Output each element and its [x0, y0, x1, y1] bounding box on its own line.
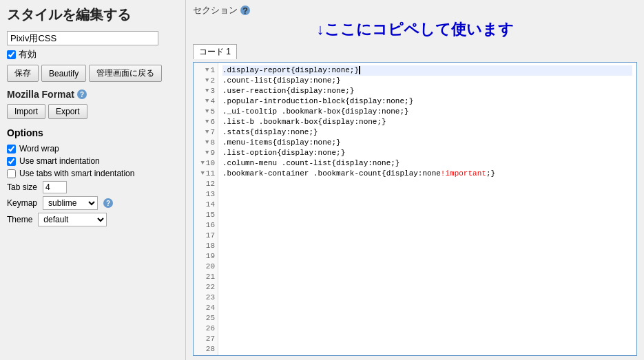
section-help-icon[interactable]: ? [240, 6, 250, 15]
code-line [222, 251, 632, 262]
line-number: 12 [196, 179, 215, 189]
keymap-select[interactable]: sublime default vim emacs [43, 196, 98, 210]
import-export-row: Import Export [7, 104, 178, 119]
line-number: 14 [196, 200, 215, 210]
line-number: ▼4 [196, 96, 215, 107]
keymap-help-icon[interactable]: ? [103, 198, 113, 208]
mozilla-help-icon[interactable]: ? [77, 89, 87, 99]
code-line [222, 179, 632, 189]
tab-size-label: Tab size [7, 182, 37, 192]
line-number: ▼8 [196, 138, 215, 148]
line-number: 27 [196, 334, 215, 344]
keymap-row: Keymap sublime default vim emacs ? [7, 196, 178, 210]
tabs-smart-row: Use tabs with smart indentation [7, 169, 178, 178]
line-number: 13 [196, 189, 215, 200]
import-button[interactable]: Import [7, 104, 45, 119]
code-tab[interactable]: コード 1 [193, 44, 237, 59]
code-line [222, 210, 632, 220]
theme-label: Theme [7, 215, 32, 224]
code-line: .menu-items{display:none;} [222, 138, 632, 148]
code-line [222, 344, 632, 354]
admin-button[interactable]: 管理画面に戻る [89, 65, 162, 82]
line-number: 26 [196, 324, 215, 334]
code-line [222, 231, 632, 241]
smart-indent-row: Use smart indentation [7, 156, 178, 166]
line-number: ▼6 [196, 117, 215, 127]
code-editor[interactable]: ▼1▼2▼3▼4▼5▼6▼7▼8▼9▼10▼111213141516171819… [193, 62, 637, 356]
save-button[interactable]: 保存 [7, 65, 39, 82]
code-content[interactable]: .display-report{display:none;}.count-lis… [218, 63, 636, 355]
code-line [222, 272, 632, 282]
line-number: ▼2 [196, 76, 215, 86]
mozilla-format-section: Mozilla Format ? [7, 89, 178, 100]
style-name-input[interactable] [7, 31, 158, 45]
code-line: .count-list{display:none;} [222, 76, 632, 86]
theme-row: Theme default 3024-day 3024-night ambian… [7, 213, 178, 226]
line-number: 23 [196, 293, 215, 303]
tabs-smart-checkbox[interactable] [7, 169, 16, 178]
line-number: 15 [196, 210, 215, 220]
code-line [222, 282, 632, 293]
enabled-label: 有効 [19, 48, 37, 61]
code-line [222, 303, 632, 313]
code-line [222, 293, 632, 303]
word-wrap-row: Word wrap [7, 144, 178, 153]
export-button[interactable]: Export [48, 104, 87, 119]
word-wrap-checkbox[interactable] [7, 145, 16, 153]
line-number: ▼3 [196, 86, 215, 96]
action-buttons: 保存 Beautify 管理画面に戻る [7, 65, 178, 82]
code-line: .bookmark-container .bookmark-count{disp… [222, 169, 632, 179]
word-wrap-label: Word wrap [19, 144, 59, 153]
code-line [222, 262, 632, 272]
code-line [222, 354, 632, 355]
page-title: スタイルを編集する [7, 6, 178, 24]
code-line: .stats{display:none;} [222, 127, 632, 138]
code-line [222, 220, 632, 231]
beautify-button[interactable]: Beautify [41, 65, 86, 82]
code-line [222, 313, 632, 324]
tabs-smart-label: Use tabs with smart indentation [19, 169, 134, 178]
code-line: .list-option{display:none;} [222, 148, 632, 158]
line-number: 18 [196, 241, 215, 251]
section-header: セクション ? [193, 4, 637, 17]
copy-paste-banner: ↓ここにコピペして使います [193, 19, 637, 40]
line-number: 17 [196, 231, 215, 241]
code-line: .list-b .bookmark-box{display:none;} [222, 117, 632, 127]
keymap-label: Keymap [7, 198, 37, 208]
line-number: ▼10 [196, 158, 215, 169]
theme-select[interactable]: default 3024-day 3024-night ambiance [38, 213, 107, 226]
line-number: ▼5 [196, 107, 215, 117]
left-panel: スタイルを編集する 有効 保存 Beautify 管理画面に戻る Mozilla… [0, 0, 186, 360]
code-line [222, 334, 632, 344]
code-line: .column-menu .count-list{display:none;} [222, 158, 632, 169]
code-line [222, 324, 632, 334]
code-line [222, 241, 632, 251]
code-line: .user-reaction{display:none;} [222, 86, 632, 96]
code-line: ._ui-tooltip .bookmark-box{display:none;… [222, 107, 632, 117]
smart-indent-label: Use smart indentation [19, 156, 100, 166]
line-number: ▼7 [196, 127, 215, 138]
line-numbers: ▼1▼2▼3▼4▼5▼6▼7▼8▼9▼10▼111213141516171819… [194, 63, 218, 355]
smart-indent-checkbox[interactable] [7, 157, 16, 166]
tab-size-input[interactable] [43, 181, 67, 193]
section-label: セクション [193, 4, 238, 17]
line-number: ▼9 [196, 148, 215, 158]
code-line: .popular-introduction-block{display:none… [222, 96, 632, 107]
line-number: 29 [196, 354, 215, 355]
code-line [222, 189, 632, 200]
line-number: 24 [196, 303, 215, 313]
line-number: 20 [196, 262, 215, 272]
line-number: ▼1 [196, 65, 215, 76]
right-panel: セクション ? ↓ここにコピペして使います コード 1 ▼1▼2▼3▼4▼5▼6… [186, 0, 644, 360]
enabled-row: 有効 [7, 48, 178, 61]
line-number: 19 [196, 251, 215, 262]
line-number: 16 [196, 220, 215, 231]
enabled-checkbox[interactable] [7, 50, 16, 59]
line-number: 21 [196, 272, 215, 282]
options-title: Options [7, 127, 178, 138]
tab-size-row: Tab size [7, 181, 178, 193]
line-number: ▼11 [196, 169, 215, 179]
code-line: .display-report{display:none;} [222, 65, 632, 76]
code-line [222, 200, 632, 210]
mozilla-format-label: Mozilla Format [7, 89, 74, 100]
